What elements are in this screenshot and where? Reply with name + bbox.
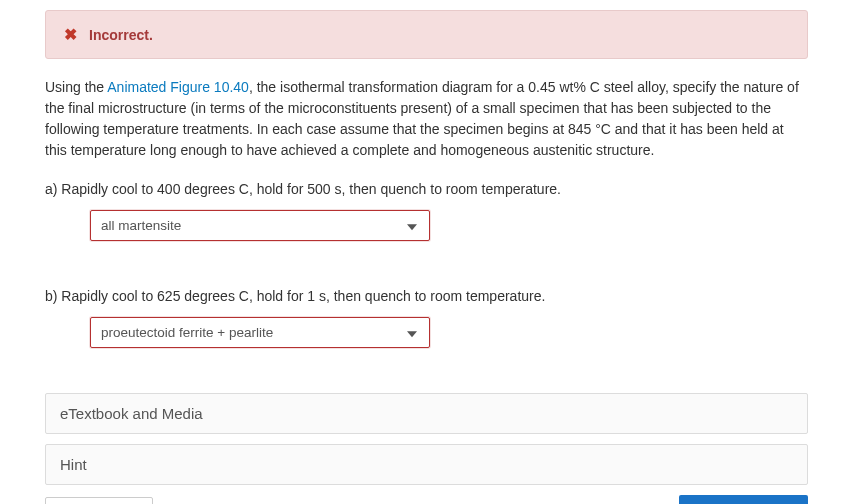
figure-link[interactable]: Animated Figure 10.40: [107, 79, 249, 95]
part-b-label: b) Rapidly cool to 625 degrees C, hold f…: [45, 286, 808, 307]
etextbook-accordion[interactable]: eTextbook and Media: [45, 393, 808, 434]
footer-right-group: Attempts: 2 of 3 used Submit Answer: [522, 495, 808, 504]
question-prefix: Using the: [45, 79, 107, 95]
save-for-later-button[interactable]: Save for Later: [45, 497, 153, 505]
submit-answer-button[interactable]: Submit Answer: [679, 495, 808, 504]
part-a-selected: all martensite: [101, 218, 181, 233]
alert-text: Incorrect.: [89, 27, 153, 43]
part-b-select[interactable]: proeutectoid ferrite + pearlite: [90, 317, 430, 348]
etextbook-label: eTextbook and Media: [60, 405, 203, 422]
x-icon: ✖: [64, 25, 77, 44]
question-text: Using the Animated Figure 10.40, the iso…: [45, 77, 808, 161]
part-a-label: a) Rapidly cool to 400 degrees C, hold f…: [45, 179, 808, 200]
hint-label: Hint: [60, 456, 87, 473]
question-container: ✖ Incorrect. Using the Animated Figure 1…: [0, 0, 853, 504]
part-a-select[interactable]: all martensite: [90, 210, 430, 241]
footer: Save for Later Attempts: 2 of 3 used Sub…: [45, 495, 808, 504]
incorrect-alert: ✖ Incorrect.: [45, 10, 808, 59]
hint-accordion[interactable]: Hint: [45, 444, 808, 485]
part-b-selected: proeutectoid ferrite + pearlite: [101, 325, 273, 340]
